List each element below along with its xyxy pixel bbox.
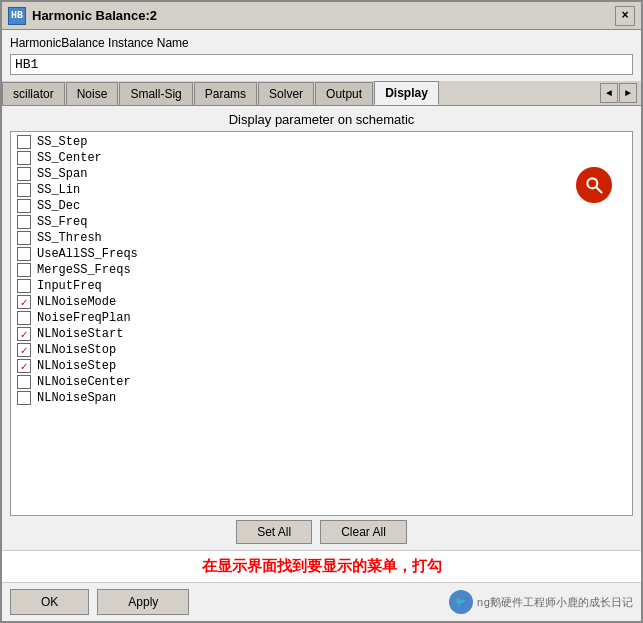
tab-display[interactable]: Display bbox=[374, 81, 439, 105]
list-item[interactable]: NoiseFreqPlan bbox=[11, 310, 632, 326]
param-checkbox[interactable] bbox=[17, 199, 31, 213]
list-item[interactable]: MergeSS_Freqs bbox=[11, 262, 632, 278]
param-checkbox[interactable] bbox=[17, 295, 31, 309]
list-item[interactable]: SS_Dec bbox=[11, 198, 632, 214]
set-all-button[interactable]: Set All bbox=[236, 520, 312, 544]
list-item[interactable]: NLNoiseStep bbox=[11, 358, 632, 374]
param-name: SS_Step bbox=[37, 135, 87, 149]
list-item[interactable]: NLNoiseCenter bbox=[11, 374, 632, 390]
tab-prev-button[interactable]: ◄ bbox=[600, 83, 618, 103]
clear-all-button[interactable]: Clear All bbox=[320, 520, 407, 544]
apply-button[interactable]: Apply bbox=[97, 589, 189, 615]
param-name: SS_Center bbox=[37, 151, 102, 165]
param-name: MergeSS_Freqs bbox=[37, 263, 131, 277]
param-name: NLNoiseMode bbox=[37, 295, 116, 309]
app-icon: HB bbox=[8, 7, 26, 25]
watermark-icon: 🐦 bbox=[449, 590, 473, 614]
param-name: SS_Lin bbox=[37, 183, 80, 197]
list-item[interactable]: SS_Step bbox=[11, 134, 632, 150]
watermark-text: ng鹅硬件工程师小鹿的成长日记 bbox=[477, 595, 633, 610]
param-checkbox[interactable] bbox=[17, 311, 31, 325]
instance-name-input[interactable] bbox=[10, 54, 633, 75]
annotation-text: 在显示界面找到要显示的菜单，打勾 bbox=[202, 557, 442, 574]
param-checkbox[interactable] bbox=[17, 215, 31, 229]
close-button[interactable]: × bbox=[615, 6, 635, 26]
param-checkbox[interactable] bbox=[17, 183, 31, 197]
list-item[interactable]: SS_Thresh bbox=[11, 230, 632, 246]
param-checkbox[interactable] bbox=[17, 135, 31, 149]
instance-name-label: HarmonicBalance Instance Name bbox=[2, 30, 641, 52]
list-item[interactable]: NLNoiseSpan bbox=[11, 390, 632, 406]
param-name: SS_Thresh bbox=[37, 231, 102, 245]
list-item[interactable]: SS_Center bbox=[11, 150, 632, 166]
param-checkbox[interactable] bbox=[17, 263, 31, 277]
param-checkbox[interactable] bbox=[17, 327, 31, 341]
tab-output[interactable]: Output bbox=[315, 82, 373, 105]
list-item[interactable]: SS_Freq bbox=[11, 214, 632, 230]
param-name: UseAllSS_Freqs bbox=[37, 247, 138, 261]
ok-button[interactable]: OK bbox=[10, 589, 89, 615]
param-name: SS_Span bbox=[37, 167, 87, 181]
param-checkbox[interactable] bbox=[17, 375, 31, 389]
param-checkbox[interactable] bbox=[17, 343, 31, 357]
param-name: NLNoiseCenter bbox=[37, 375, 131, 389]
param-name: NLNoiseStop bbox=[37, 343, 116, 357]
param-checkbox[interactable] bbox=[17, 391, 31, 405]
tab-params[interactable]: Params bbox=[194, 82, 257, 105]
list-item[interactable]: NLNoiseStart bbox=[11, 326, 632, 342]
list-item[interactable]: SS_Span bbox=[11, 166, 632, 182]
param-checkbox[interactable] bbox=[17, 167, 31, 181]
tab-oscillator[interactable]: scillator bbox=[2, 82, 65, 105]
param-checkbox[interactable] bbox=[17, 359, 31, 373]
list-item[interactable]: InputFreq bbox=[11, 278, 632, 294]
param-checkbox[interactable] bbox=[17, 247, 31, 261]
list-item[interactable]: UseAllSS_Freqs bbox=[11, 246, 632, 262]
param-checkbox[interactable] bbox=[17, 279, 31, 293]
param-checkbox[interactable] bbox=[17, 151, 31, 165]
tab-solver[interactable]: Solver bbox=[258, 82, 314, 105]
display-header: Display parameter on schematic bbox=[10, 112, 633, 127]
param-name: SS_Freq bbox=[37, 215, 87, 229]
tab-noise[interactable]: Noise bbox=[66, 82, 119, 105]
title-bar: HB Harmonic Balance:2 × bbox=[2, 2, 641, 30]
param-name: NLNoiseStart bbox=[37, 327, 123, 341]
param-name: NLNoiseStep bbox=[37, 359, 116, 373]
tab-next-button[interactable]: ► bbox=[619, 83, 637, 103]
set-clear-row: Set All Clear All bbox=[10, 520, 633, 544]
list-item[interactable]: NLNoiseMode bbox=[11, 294, 632, 310]
list-item[interactable]: SS_Lin bbox=[11, 182, 632, 198]
window-title: Harmonic Balance:2 bbox=[32, 8, 157, 23]
main-window: HB Harmonic Balance:2 × HarmonicBalance … bbox=[0, 0, 643, 623]
tabs-bar: scillator Noise Small-Sig Params Solver … bbox=[2, 81, 641, 106]
param-name: NLNoiseSpan bbox=[37, 391, 116, 405]
content-area: Display parameter on schematic SS_StepSS… bbox=[2, 106, 641, 550]
param-list: SS_StepSS_CenterSS_SpanSS_LinSS_DecSS_Fr… bbox=[11, 132, 632, 515]
watermark: 🐦 ng鹅硬件工程师小鹿的成长日记 bbox=[449, 590, 633, 614]
param-list-container: SS_StepSS_CenterSS_SpanSS_LinSS_DecSS_Fr… bbox=[10, 131, 633, 516]
svg-line-1 bbox=[597, 188, 602, 193]
search-button[interactable] bbox=[576, 167, 612, 203]
param-checkbox[interactable] bbox=[17, 231, 31, 245]
param-name: NoiseFreqPlan bbox=[37, 311, 131, 325]
annotation-bar: 在显示界面找到要显示的菜单，打勾 bbox=[2, 550, 641, 582]
tab-small-sig[interactable]: Small-Sig bbox=[119, 82, 192, 105]
param-name: SS_Dec bbox=[37, 199, 80, 213]
list-item[interactable]: NLNoiseStop bbox=[11, 342, 632, 358]
bottom-buttons-bar: OK Apply 🐦 ng鹅硬件工程师小鹿的成长日记 bbox=[2, 582, 641, 621]
param-name: InputFreq bbox=[37, 279, 102, 293]
